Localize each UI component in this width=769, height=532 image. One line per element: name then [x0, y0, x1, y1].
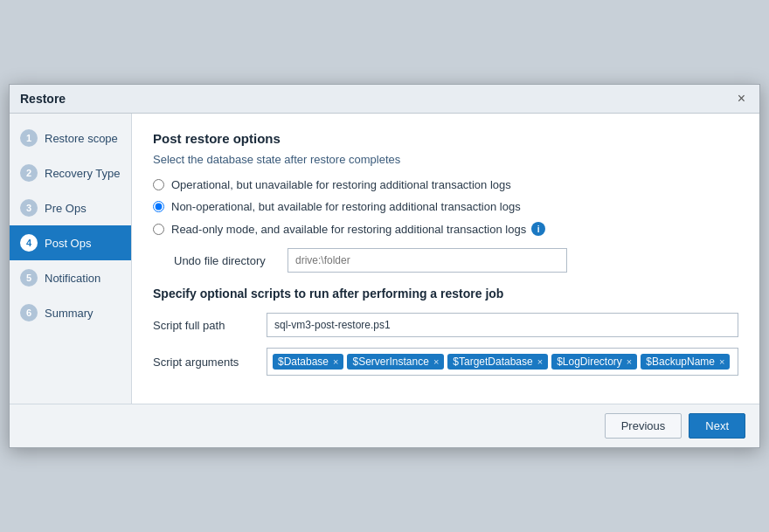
radio-input-3[interactable] — [153, 224, 164, 235]
sidebar-item-4[interactable]: 4Post Ops — [10, 225, 131, 260]
radio-label-3: Read-only mode, and available for restor… — [171, 223, 526, 236]
sidebar-item-1[interactable]: 1Restore scope — [10, 121, 131, 155]
sidebar-item-5[interactable]: 5Notification — [10, 260, 131, 295]
section-subtitle: Select the database state after restore … — [153, 153, 738, 166]
tag-close-0[interactable]: × — [333, 357, 338, 367]
restore-dialog: Restore × 1Restore scope2Recovery Type3P… — [9, 84, 760, 448]
tag-close-4[interactable]: × — [719, 357, 724, 367]
main-content: Post restore options Select the database… — [132, 114, 759, 404]
tag-1: $ServerInstance× — [347, 354, 444, 370]
radio-option-3[interactable]: Read-only mode, and available for restor… — [153, 222, 738, 236]
radio-option-1[interactable]: Operational, but unavailable for restori… — [153, 178, 738, 191]
script-path-row: Script full path — [153, 313, 738, 337]
dialog-title: Restore — [20, 92, 66, 106]
sidebar-label-5: Notification — [45, 272, 100, 285]
script-path-label: Script full path — [153, 319, 267, 332]
tag-close-3[interactable]: × — [627, 357, 632, 367]
radio-group: Operational, but unavailable for restori… — [153, 178, 738, 236]
next-button[interactable]: Next — [689, 413, 745, 439]
sidebar-label-2: Recovery Type — [45, 167, 120, 180]
dialog-body: 1Restore scope2Recovery Type3Pre Ops4Pos… — [10, 114, 759, 404]
step-num-3: 3 — [20, 199, 38, 217]
sidebar-item-6[interactable]: 6Summary — [10, 295, 131, 330]
tag-2: $TargetDatabase× — [447, 354, 548, 370]
sidebar: 1Restore scope2Recovery Type3Pre Ops4Pos… — [10, 114, 132, 404]
step-num-6: 6 — [20, 304, 38, 321]
tag-4: $BackupName× — [641, 354, 730, 370]
radio-input-2[interactable] — [153, 201, 164, 212]
tag-3: $LogDirectory× — [551, 354, 637, 370]
radio-option-2[interactable]: Non-operational, but available for resto… — [153, 200, 738, 213]
sidebar-label-6: Summary — [45, 307, 94, 320]
radio-label-1: Operational, but unavailable for restori… — [171, 178, 511, 191]
tags-container[interactable]: $Database×$ServerInstance×$TargetDatabas… — [267, 348, 738, 376]
section-title: Post restore options — [153, 131, 738, 146]
info-icon[interactable]: i — [531, 222, 545, 236]
step-num-4: 4 — [20, 234, 38, 252]
scripts-section-title: Specify optional scripts to run after pe… — [153, 287, 738, 301]
sidebar-label-3: Pre Ops — [45, 202, 87, 215]
dialog-footer: Previous Next — [10, 404, 759, 447]
radio-label-2: Non-operational, but available for resto… — [171, 200, 521, 213]
previous-button[interactable]: Previous — [605, 413, 682, 439]
sidebar-item-2[interactable]: 2Recovery Type — [10, 155, 131, 190]
radio-input-1[interactable] — [153, 179, 164, 190]
script-arguments-label: Script arguments — [153, 356, 267, 369]
dialog-titlebar: Restore × — [10, 85, 759, 114]
close-button[interactable]: × — [734, 92, 749, 106]
tag-0: $Database× — [273, 354, 343, 370]
tag-close-1[interactable]: × — [433, 357, 439, 367]
step-num-5: 5 — [20, 269, 38, 287]
step-num-1: 1 — [20, 129, 38, 147]
sidebar-label-1: Restore scope — [45, 132, 118, 145]
script-path-input[interactable] — [267, 313, 738, 337]
undo-file-row: Undo file directory — [174, 248, 738, 273]
undo-file-label: Undo file directory — [174, 254, 288, 267]
step-num-2: 2 — [20, 164, 38, 182]
script-arguments-row: Script arguments $Database×$ServerInstan… — [153, 348, 738, 376]
sidebar-item-3[interactable]: 3Pre Ops — [10, 190, 131, 225]
undo-file-input[interactable] — [288, 248, 567, 273]
tag-close-2[interactable]: × — [537, 357, 543, 367]
sidebar-label-4: Post Ops — [45, 237, 91, 250]
